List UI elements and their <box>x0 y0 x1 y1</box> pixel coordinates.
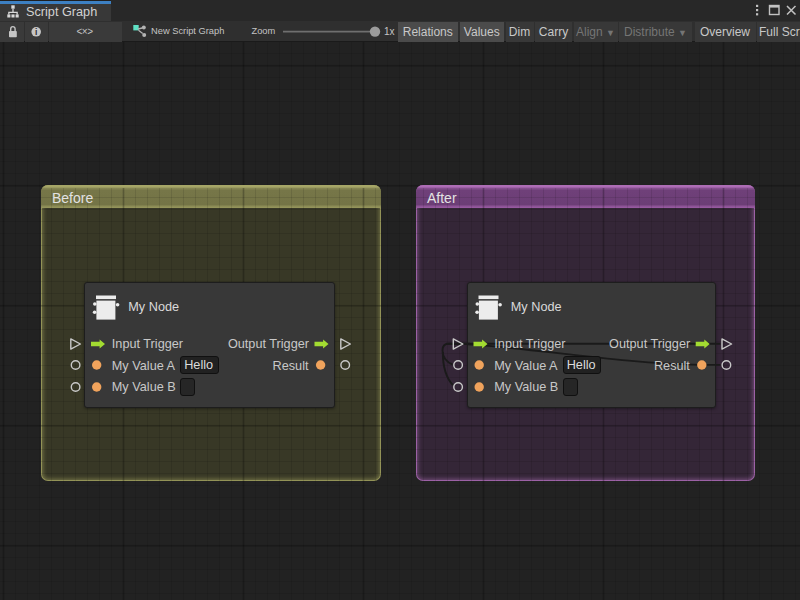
svg-text:i: i <box>35 27 37 37</box>
svg-text:<×>: <×> <box>76 26 93 37</box>
